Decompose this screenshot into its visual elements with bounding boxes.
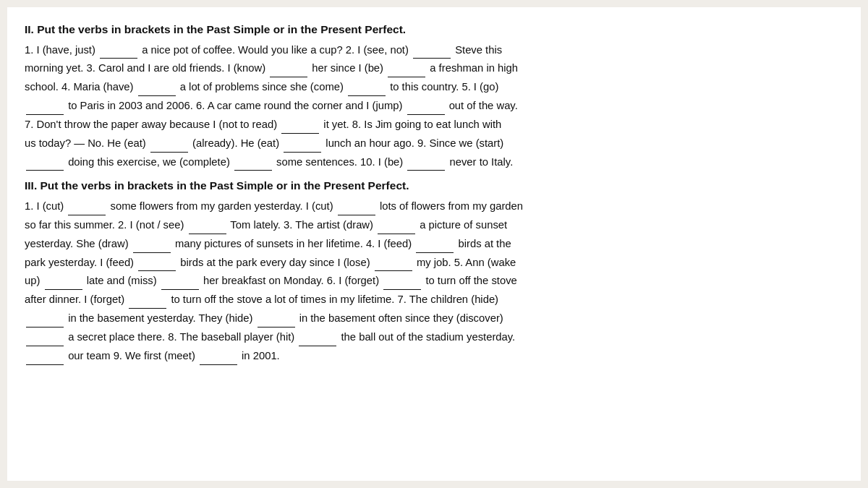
s2-3-text: her since I (be) bbox=[312, 62, 383, 74]
s2-10-text: never to Italy. bbox=[450, 156, 514, 168]
s2-4-blank2 bbox=[348, 77, 386, 96]
s2-8-text: us today? — No. He (eat) bbox=[25, 137, 146, 149]
s2-2b-text: morning yet. 3. Carol and I are old frie… bbox=[25, 62, 265, 74]
s3-3-blank1 bbox=[378, 215, 415, 234]
s2-7-text: it yet. 8. Is Jim going to eat lunch wit… bbox=[323, 119, 501, 130]
s3-4d-text: my job. 5. Ann (wake bbox=[417, 257, 516, 268]
s2-6-blank1 bbox=[407, 96, 445, 115]
s3-5-blank1 bbox=[45, 271, 82, 290]
s2-5-blank1 bbox=[26, 96, 64, 115]
s3-7-blank3 bbox=[26, 328, 64, 346]
s3-8-text: the ball out of the stadium yesterday. bbox=[341, 331, 515, 343]
s2-8-blank2 bbox=[284, 134, 321, 153]
s2-3c-text: school. 4. Maria (have) bbox=[25, 81, 134, 93]
s3-8-blank1 bbox=[299, 328, 336, 346]
s2-7-blank1 bbox=[281, 115, 319, 134]
s2-9-blank2 bbox=[234, 153, 272, 171]
s3-9-blank1 bbox=[26, 346, 64, 365]
s3-5-blank2 bbox=[161, 271, 199, 290]
s2-10-blank1 bbox=[407, 153, 445, 171]
s3-5-text: late and (miss) bbox=[87, 275, 157, 286]
s3-3-text: a picture of sunset bbox=[420, 219, 507, 231]
s2-2-text: Steve this bbox=[455, 44, 502, 56]
s3-5-label: up) bbox=[25, 275, 40, 286]
s3-1-blank2 bbox=[338, 197, 375, 215]
s3-1-blank1 bbox=[68, 197, 106, 215]
s2-3-blank1 bbox=[270, 59, 307, 77]
s2-5-text: to Paris in 2003 and 2006. 6. A car came… bbox=[68, 100, 402, 111]
s3-7-blank2 bbox=[258, 309, 295, 328]
section2: II. Put the verbs in brackets in the Pas… bbox=[25, 20, 843, 171]
s3-4-text: birds at the bbox=[458, 238, 511, 249]
s3-4-blank3 bbox=[375, 253, 412, 272]
s2-8-blank1 bbox=[150, 134, 188, 153]
s3-9-text: our team 9. We first (meet) bbox=[68, 350, 195, 361]
s3-7c-text: a secret place there. 8. The baseball pl… bbox=[68, 331, 294, 343]
s2-6-text: out of the way. bbox=[449, 100, 518, 111]
section3-text: 1. I (cut) some flowers from my garden y… bbox=[25, 197, 843, 365]
s2-4b-text: to this country. 5. I (go) bbox=[390, 81, 498, 93]
s2-8b-text: (already). He (eat) bbox=[192, 137, 279, 149]
s3-7-text: in the basement yesterday. They (hide) bbox=[68, 312, 252, 324]
s3-6-text: to turn off the stove bbox=[425, 275, 516, 286]
s3-9-blank2 bbox=[200, 346, 237, 365]
s2-1-blank1 bbox=[100, 40, 137, 59]
s3-6-blank2 bbox=[129, 290, 166, 309]
s3-1c-text: so far this summer. 2. I (not / see) bbox=[25, 219, 184, 231]
s2-8c-text: lunch an hour ago. 9. Since we (start) bbox=[326, 137, 503, 149]
s3-2-blank1 bbox=[189, 215, 226, 234]
s3-6-blank1 bbox=[383, 271, 421, 290]
s3-1b-text: lots of flowers from my garden bbox=[380, 200, 523, 212]
s2-9-blank1 bbox=[26, 153, 64, 171]
section3-title: III. Put the verbs in brackets in the Pa… bbox=[25, 176, 843, 195]
s3-3c-text: many pictures of sunsets in her lifetime… bbox=[175, 238, 412, 249]
s2-7-label: 7. Don't throw the paper away because I … bbox=[25, 119, 277, 130]
s2-9b-text: some sentences. 10. I (be) bbox=[276, 156, 403, 168]
section2-title: II. Put the verbs in brackets in the Pas… bbox=[25, 20, 843, 39]
s3-4-blank2 bbox=[138, 253, 176, 272]
s2-4-text: a lot of problems since she (come) bbox=[180, 81, 344, 93]
s3-4b-text: park yesterday. I (feed) bbox=[25, 257, 134, 268]
s3-1-text: some flowers from my garden yesterday. I… bbox=[111, 200, 333, 212]
s3-7-blank1 bbox=[26, 309, 64, 328]
s2-3-blank2 bbox=[388, 59, 425, 77]
s3-3b-text: yesterday. She (draw) bbox=[25, 238, 129, 249]
s2-3b-text: a freshman in high bbox=[430, 62, 518, 74]
s2-4-blank1 bbox=[138, 77, 176, 96]
s3-4c-text: birds at the park every day since I (los… bbox=[180, 257, 370, 268]
s3-7b-text: in the basement often since they (discov… bbox=[299, 312, 503, 324]
s3-3-blank2 bbox=[133, 234, 171, 253]
s3-9b-text: in 2001. bbox=[242, 350, 280, 361]
s2-2-blank1 bbox=[413, 40, 451, 59]
s2-1-text: a nice pot of coffee. Would you like a c… bbox=[142, 44, 409, 56]
s3-2-text: Tom lately. 3. The artist (draw) bbox=[230, 219, 373, 231]
s3-5b-text: her breakfast on Monday. 6. I (forget) bbox=[203, 275, 379, 286]
s2-9-text: doing this exercise, we (complete) bbox=[68, 156, 230, 168]
s3-6c-text: to turn off the stove a lot of times in … bbox=[171, 294, 498, 305]
page: II. Put the verbs in brackets in the Pas… bbox=[7, 7, 861, 481]
s3-1-label: 1. I (cut) bbox=[25, 200, 64, 212]
s3-6b-text: after dinner. I (forget) bbox=[25, 294, 124, 305]
s2-1-label: 1. I (have, just) bbox=[25, 44, 95, 56]
section2-text: 1. I (have, just) a nice pot of coffee. … bbox=[25, 40, 843, 171]
section3: III. Put the verbs in brackets in the Pa… bbox=[25, 176, 843, 364]
s3-4-blank1 bbox=[416, 234, 454, 253]
